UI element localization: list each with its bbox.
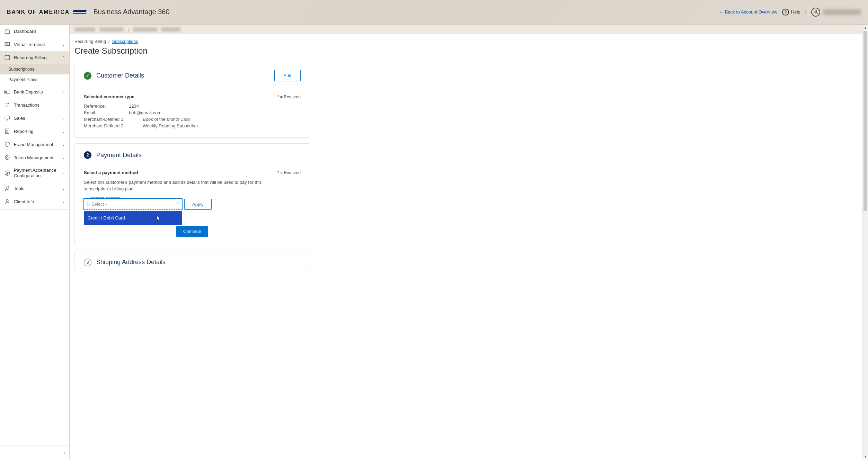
sidebar-item-bank-deposits[interactable]: Bank Deposits ⌄ [0,85,69,98]
sidebar-subitem-payment-plans[interactable]: Payment Plans [0,74,69,85]
page-title: Create Subscription [74,46,861,56]
chevron-down-icon: ⌄ [62,129,65,134]
sidebar-item-label: Virtual Terminal [14,42,45,47]
sidebar-item-label: Reporting [14,129,33,134]
sidebar-subitem-subscriptions[interactable]: Subscriptions [0,64,69,74]
chevron-down-icon: ⌄ [62,103,65,107]
back-to-overview-link[interactable]: ← Back to Account Overview [719,9,777,15]
dropdown-placeholder: - Select - [88,201,107,207]
product-name: Business Advantage 360 [93,8,169,16]
help-button[interactable]: ? Help [782,9,800,16]
person-icon [4,198,10,205]
dropdown-menu: Credit / Debit Card [84,211,182,225]
apply-button[interactable]: Apply [184,199,212,210]
sidebar-item-reporting[interactable]: Reporting ⌄ [0,125,69,138]
account-subheader: | [70,25,868,34]
step-2-badge: 2 [84,151,91,159]
sidebar-item-label: Tools [14,186,24,191]
dropdown-option-credit-debit[interactable]: Credit / Debit Card [84,212,182,225]
card-title-payment: Payment Details [96,152,142,159]
required-note: * = Required [277,170,301,175]
transfer-icon [4,102,10,108]
svg-point-0 [815,10,816,12]
sidebar-item-label: Client Info [14,199,34,204]
scroll-up-button[interactable]: ▴ [863,25,868,30]
home-icon [4,28,10,34]
payment-help-text: Select this customer's payment method an… [84,179,264,192]
help-label: Help [791,9,800,15]
svg-rect-4 [6,91,7,93]
gear-dollar-icon [4,170,10,176]
sidebar-item-transactions[interactable]: Transactions ⌄ [0,98,69,111]
chevron-up-icon: ⌃ [176,202,179,207]
scroll-thumb[interactable] [863,31,867,211]
reference-label: Reference: [84,104,129,109]
payment-methods-dropdown[interactable]: - Select - ⌃ Credit / Debit Card [84,199,182,210]
card-title-customer: Customer Details [96,72,144,79]
sidebar-item-token-management[interactable]: Token Management ⌄ [0,151,69,164]
back-link-label: Back to Account Overview [725,9,777,15]
sidebar-item-label: Fraud Management [14,142,53,147]
user-name-redacted [823,9,861,15]
brand-logo: BANK OF AMERICA [7,9,86,16]
sidebar-item-sales[interactable]: Sales ⌄ [0,111,69,125]
sidebar-item-tools[interactable]: Tools ⌄ [0,182,69,195]
scrollbar[interactable]: ▴ ▾ [862,25,868,459]
sidebar-item-fraud-management[interactable]: Fraud Management ⌄ [0,138,69,151]
breadcrumb: Recurring Billing / Subscriptions [74,39,861,44]
sidebar-item-label: Dashboard [14,29,36,34]
shipping-details-card: 3 Shipping Address Details [74,251,310,270]
monitor-icon [4,115,10,121]
select-payment-heading: Select a payment method [84,170,138,175]
check-icon: ✓ [84,72,91,80]
email-value: bob@gmail.com [129,110,161,115]
sidebar-item-label: Bank Deposits [14,89,43,94]
chevron-down-icon: ⌄ [62,199,65,204]
sidebar-subitem-label: Payment Plans [8,77,37,82]
chevron-down-icon: ⌄ [62,42,65,47]
redacted-text [74,27,95,32]
bank-icon [4,89,10,95]
user-menu[interactable] [811,8,861,17]
chevron-left-icon: ‹ [64,450,65,455]
brand-flag-icon [73,9,86,16]
divider: | [805,9,806,15]
sidebar-item-label: Sales [14,116,25,121]
sidebar-item-label: Token Management [14,155,53,160]
customer-details-card: ✓ Customer Details Edit Selected custome… [74,62,310,138]
cursor-icon [156,215,161,221]
sidebar-item-recurring-billing[interactable]: Recurring Billing ⌃ [0,51,69,64]
document-icon [4,128,10,134]
calendar-icon [4,54,10,61]
edit-button[interactable]: Edit [274,70,301,81]
step-3-badge: 3 [84,259,91,266]
continue-button[interactable]: Continue [176,226,208,237]
payment-methods-select[interactable]: - Select - ⌃ [84,199,182,210]
md2-value: Weekly Reading Subscriber [143,123,198,128]
sidebar-item-virtual-terminal[interactable]: Virtual Terminal ⌄ [0,38,69,51]
sidebar-item-label: Recurring Billing [14,55,47,60]
user-icon [811,8,820,17]
sidebar-item-client-info[interactable]: Client Info ⌄ [0,195,69,208]
chevron-down-icon: ⌄ [62,186,65,191]
redacted-text [99,27,124,32]
sidebar-collapse-button[interactable]: ‹ [0,445,69,459]
breadcrumb-link-subscriptions[interactable]: Subscriptions [112,39,138,44]
content-scroll[interactable]: Recurring Billing / Subscriptions Create… [70,34,868,459]
sidebar-subitem-label: Subscriptions [8,67,34,72]
redacted-text [161,27,180,32]
top-header: BANK OF AMERICA Business Advantage 360 ←… [0,0,868,25]
payment-details-card: 2 Payment Details Select a payment metho… [74,143,310,245]
svg-point-8 [7,157,8,159]
svg-rect-5 [5,116,10,119]
sidebar-item-dashboard[interactable]: Dashboard [0,25,69,38]
chevron-down-icon: ⌄ [62,142,65,147]
required-note: * = Required [277,94,301,99]
sidebar-item-payment-acceptance[interactable]: Payment Acceptance Configuration ⌄ [0,164,69,182]
terminal-icon [4,41,10,47]
arrow-left-icon: ← [719,9,724,15]
chevron-down-icon: ⌄ [62,116,65,120]
help-icon: ? [782,9,789,16]
scroll-down-button[interactable]: ▾ [863,453,868,459]
breadcrumb-root: Recurring Billing [74,39,106,44]
